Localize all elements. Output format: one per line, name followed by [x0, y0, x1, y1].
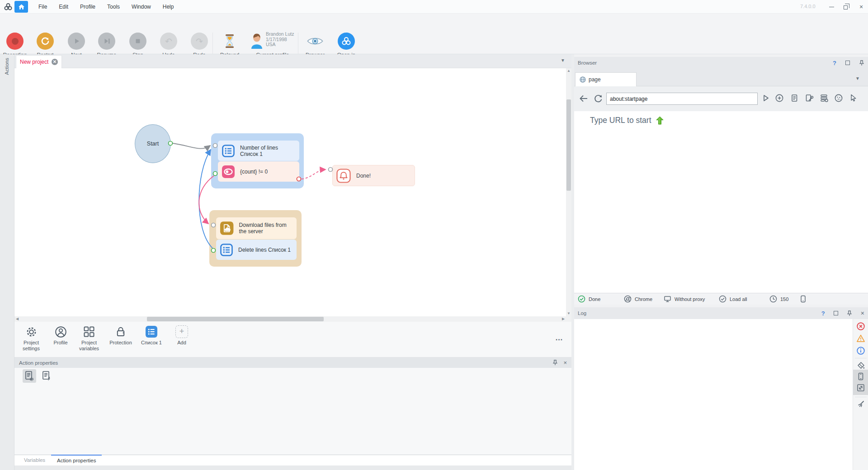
- tab-variables[interactable]: Variables: [18, 455, 51, 465]
- scroll-down-icon[interactable]: ▼: [566, 311, 571, 316]
- project-variables-button[interactable]: Project variables: [75, 325, 103, 351]
- flow-node-delete-lines[interactable]: Delete lines Список 1: [216, 240, 297, 260]
- start-hint-text: Type URL to start: [590, 116, 651, 125]
- tab-action-properties[interactable]: Action properties: [51, 455, 102, 465]
- monitor-icon: [664, 295, 671, 303]
- database-icon[interactable]: [820, 94, 829, 103]
- refresh-icon[interactable]: [593, 94, 603, 103]
- stop-icon: [129, 33, 146, 50]
- restore-button[interactable]: [840, 0, 853, 14]
- status-proxy[interactable]: Without proxy: [664, 295, 705, 303]
- close-button[interactable]: ×: [854, 0, 868, 14]
- profile-button[interactable]: Profile: [47, 325, 75, 346]
- canvas-horizontal-scrollbar[interactable]: ◀ ▶: [14, 316, 566, 322]
- flow-node-done[interactable]: Done!: [332, 165, 415, 186]
- horizontal-scroll-thumb[interactable]: [147, 317, 324, 321]
- tab-list-chevron-down-icon[interactable]: ▼: [561, 58, 565, 63]
- hourglass-icon: [216, 33, 243, 50]
- project-settings-label: Project settings: [17, 340, 45, 351]
- action-properties-panel: Action properties ×: [14, 357, 571, 470]
- browser-page-tab[interactable]: page: [575, 72, 637, 86]
- status-device[interactable]: [800, 295, 806, 303]
- actions-dock-tab[interactable]: Actions: [4, 58, 9, 75]
- vertical-scroll-thumb[interactable]: [566, 99, 571, 191]
- error-icon[interactable]: [856, 322, 865, 331]
- action-properties-tabs: Variables Action properties: [14, 455, 571, 465]
- action-properties-content: [14, 384, 571, 455]
- home-button[interactable]: [14, 1, 28, 13]
- toggle-condition-icon: [222, 165, 235, 179]
- status-load-mode[interactable]: Load all: [719, 295, 747, 303]
- menu-help[interactable]: Help: [157, 0, 180, 14]
- new-tab-icon[interactable]: [775, 94, 784, 103]
- phone-icon[interactable]: [856, 372, 865, 381]
- flowchart-canvas[interactable]: Start Number of lines Список 1: [14, 68, 571, 322]
- expand-icon[interactable]: [856, 383, 865, 392]
- done-label: Done!: [356, 173, 371, 179]
- pin-icon[interactable]: [847, 310, 852, 316]
- status-engine[interactable]: Chrome: [624, 295, 652, 303]
- close-icon[interactable]: ×: [861, 310, 864, 317]
- pin-icon[interactable]: [552, 360, 558, 366]
- chrome-icon: [624, 295, 632, 303]
- project-tab[interactable]: New project ✕: [16, 55, 62, 68]
- info-icon[interactable]: [856, 346, 865, 355]
- minimize-button[interactable]: [825, 0, 838, 14]
- help-icon[interactable]: ?: [833, 60, 836, 66]
- phone-icon: [800, 295, 806, 303]
- flow-node-number-of-lines[interactable]: Number of lines Список 1: [218, 141, 299, 161]
- maximize-icon[interactable]: [845, 61, 850, 65]
- page-code-icon[interactable]: [790, 94, 799, 103]
- scroll-left-icon[interactable]: ◀: [14, 316, 20, 322]
- flow-node-start[interactable]: Start: [135, 124, 171, 163]
- menu-tools[interactable]: Tools: [101, 0, 126, 14]
- protection-button[interactable]: Protection: [107, 325, 135, 346]
- tools-icon[interactable]: [805, 94, 814, 103]
- maximize-icon[interactable]: [834, 311, 838, 315]
- action-settings-doc-button[interactable]: [23, 369, 36, 383]
- browser-navbar: [574, 86, 868, 111]
- browser-viewport[interactable]: Type URL to start: [574, 111, 868, 293]
- warning-icon[interactable]: [856, 334, 865, 343]
- scroll-right-icon[interactable]: ▶: [561, 316, 566, 322]
- pin-icon[interactable]: [859, 60, 864, 66]
- clock-icon: [769, 295, 777, 303]
- action-code-doc-button[interactable]: [40, 369, 53, 383]
- project-variables-label: Project variables: [75, 340, 103, 351]
- add-action-button[interactable]: + Add: [168, 325, 196, 346]
- canvas-vertical-scrollbar[interactable]: ▲ ▼: [566, 68, 571, 322]
- cookies-icon[interactable]: [834, 94, 843, 103]
- select-element-icon[interactable]: [849, 94, 858, 103]
- flow-node-condition[interactable]: {count} != 0: [218, 161, 299, 182]
- list-1-label: Список 1: [137, 340, 165, 346]
- scroll-up-icon[interactable]: ▲: [566, 68, 571, 74]
- menu-profile[interactable]: Profile: [74, 0, 101, 14]
- address-bar[interactable]: [606, 93, 758, 105]
- bell-icon: [336, 169, 351, 183]
- tab-list-chevron-down-icon[interactable]: ▼: [855, 76, 860, 81]
- record-icon: [6, 33, 24, 50]
- project-settings-button[interactable]: Project settings: [17, 325, 45, 351]
- redo-icon: ↷: [191, 33, 208, 50]
- back-icon[interactable]: [579, 94, 589, 103]
- broom-icon[interactable]: [856, 400, 865, 409]
- document-gear-icon: [24, 371, 34, 381]
- menu-window[interactable]: Window: [126, 0, 157, 14]
- list-1-button[interactable]: Список 1: [137, 325, 165, 346]
- menu-file[interactable]: File: [33, 0, 53, 14]
- status-timeout[interactable]: 150: [769, 295, 788, 303]
- flow-group-orange[interactable]: Download files from the server Delete li…: [209, 210, 302, 267]
- close-icon[interactable]: ×: [563, 359, 567, 366]
- paint-icon[interactable]: [856, 361, 865, 370]
- flow-group-blue[interactable]: Number of lines Список 1 {count} != 0: [211, 133, 304, 188]
- menu-edit[interactable]: Edit: [53, 0, 74, 14]
- help-icon[interactable]: ?: [821, 310, 825, 317]
- panel-bottom-strip: [14, 465, 571, 470]
- tab-close-icon[interactable]: ✕: [52, 59, 58, 65]
- more-button[interactable]: …: [555, 334, 563, 343]
- divider: [855, 358, 867, 358]
- current-profile-button[interactable]: Brandon Lutz 1/17/1998 USA Current profi…: [248, 32, 297, 58]
- zenno-logo-icon: [4, 3, 13, 11]
- go-icon[interactable]: [761, 94, 770, 103]
- flow-node-download-files[interactable]: Download files from the server: [216, 217, 297, 239]
